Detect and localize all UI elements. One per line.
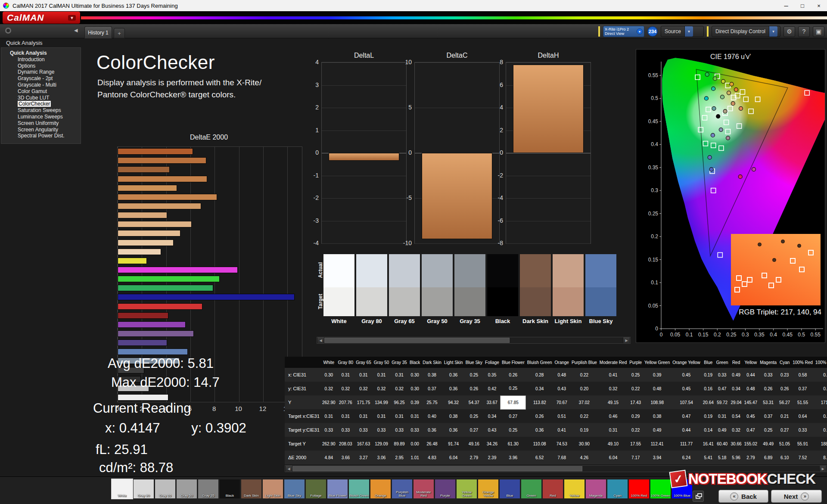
table-cell[interactable]: 0.28 [526, 368, 553, 382]
table-cell[interactable]: 0.39 [408, 395, 421, 409]
back-button[interactable]: « Back [718, 490, 768, 503]
strip-scrollbar[interactable]: ◀ ▶ [317, 337, 631, 344]
table-cell[interactable]: 0.32 [390, 382, 408, 395]
bottom-swatch-100-red[interactable]: 100% Red [629, 479, 649, 498]
table-cell[interactable]: 0.38 [421, 368, 442, 382]
table-cell[interactable]: 0.36 [526, 423, 553, 437]
table-cell-selected[interactable]: 67.85 [501, 395, 526, 409]
table-cell[interactable]: 0.22 [570, 409, 598, 423]
table-cell[interactable]: 112.41 [643, 437, 671, 451]
meter-dropdown[interactable]: X-Rite i1Pro 2 Direct View ▼ [603, 26, 644, 37]
maximize-button[interactable]: □ [794, 0, 811, 11]
bottom-swatch-yellow-green[interactable]: Yellow Green [457, 479, 477, 498]
table-cell[interactable]: 0.26 [759, 382, 778, 395]
table-cell[interactable]: 0.35 [484, 368, 501, 382]
table-cell[interactable]: 53.31 [759, 395, 778, 409]
bottom-swatch-purplish-blue[interactable]: Purplish Blue [392, 479, 412, 498]
table-cell[interactable]: 0.42 [484, 382, 501, 395]
table-cell[interactable]: 0.21 [778, 409, 791, 423]
table-cell[interactable]: 0.25 [501, 423, 526, 437]
table-cell[interactable]: 0.34 [730, 382, 743, 395]
table-cell[interactable]: 0.37 [421, 382, 442, 395]
sidebar-item-screen-uniformity[interactable]: Screen Uniformity [1, 120, 81, 127]
table-cell[interactable]: 6.04 [443, 451, 464, 464]
sidebar-item-introduction[interactable]: Introduction [1, 56, 81, 63]
table-cell[interactable]: 37.02 [570, 395, 598, 409]
table-cell[interactable]: 0.54 [730, 409, 743, 423]
table-cell[interactable]: 74.53 [553, 437, 570, 451]
table-cell[interactable]: 29.04 [730, 395, 743, 409]
table-cell[interactable]: 0.45 [743, 409, 759, 423]
bottom-swatch-moderate-red[interactable]: Moderate Red [414, 479, 434, 498]
table-cell[interactable]: 0.47 [671, 409, 702, 423]
table-cell[interactable]: 34.26 [484, 437, 501, 451]
table-cell[interactable]: 3.94 [643, 451, 671, 464]
table-cell[interactable]: 0.43 [553, 382, 570, 395]
patch-gray-35[interactable]: Gray 35 [454, 254, 485, 325]
layout-button[interactable]: ▣ [813, 26, 824, 37]
table-scroll-thumb[interactable] [292, 466, 582, 471]
table-cell[interactable]: 55.91 [791, 437, 814, 451]
table-cell[interactable]: 8.16 [814, 451, 827, 464]
bottom-swatch-gray-50[interactable]: Gray 50 [177, 479, 197, 498]
table-cell[interactable]: 145.47 [743, 395, 759, 409]
table-cell[interactable]: 0.19 [570, 423, 598, 437]
table-cell[interactable]: 6.89 [759, 451, 778, 464]
table-cell[interactable]: 3.27 [354, 451, 373, 464]
sidebar-item-grayscale-multi[interactable]: Grayscale - Multi [1, 82, 81, 88]
new-tab-button[interactable]: + [114, 28, 125, 38]
table-cell[interactable]: 0.14 [702, 423, 715, 437]
table-cell[interactable]: 0.48 [743, 382, 759, 395]
table-cell[interactable]: 0.22 [628, 423, 643, 437]
table-cell[interactable]: 0.35 [814, 368, 827, 382]
table-cell[interactable]: 61.30 [501, 437, 526, 451]
table-cell[interactable]: 49.16 [464, 437, 484, 451]
table-cell[interactable]: 0.33 [373, 423, 391, 437]
table-cell[interactable]: 171.94 [814, 395, 827, 409]
table-cell[interactable]: 0.45 [671, 382, 702, 395]
table-cell[interactable]: 0.30 [814, 409, 827, 423]
table-cell[interactable]: 111.77 [671, 437, 702, 451]
table-cell[interactable]: 0.19 [702, 368, 715, 382]
table-cell[interactable]: 49.49 [759, 437, 778, 451]
table-cell[interactable]: 0.31 [337, 368, 355, 382]
table-cell[interactable]: 7.52 [791, 451, 814, 464]
table-cell[interactable]: 207.76 [337, 395, 355, 409]
table-cell[interactable]: 134.99 [373, 395, 391, 409]
table-cell[interactable]: 0.30 [321, 368, 337, 382]
table-cell[interactable]: 0.27 [778, 423, 791, 437]
nav-dot-icon[interactable] [5, 28, 11, 34]
table-cell[interactable]: 0.29 [628, 409, 643, 423]
restore-window-button[interactable] [693, 491, 704, 502]
bottom-swatch-gray-80[interactable]: Gray 80 [134, 479, 154, 498]
table-cell[interactable]: 89.89 [390, 437, 408, 451]
table-cell[interactable]: 30.66 [730, 437, 743, 451]
table-cell[interactable]: 49.15 [598, 395, 628, 409]
table-cell[interactable]: 2.79 [464, 451, 484, 464]
bottom-swatch-yellow[interactable]: Yellow [564, 479, 584, 498]
sidebar-item-3d-cube-lut[interactable]: 3D Cube LUT [1, 95, 81, 101]
table-cell[interactable]: 0.36 [443, 368, 464, 382]
table-cell[interactable]: 113.82 [526, 395, 553, 409]
bottom-swatch-red[interactable]: Red [543, 479, 563, 498]
table-cell[interactable]: 0.33 [321, 423, 337, 437]
table-cell[interactable]: 2.39 [484, 451, 501, 464]
table-cell[interactable]: 94.32 [443, 395, 464, 409]
table-cell[interactable]: 0.32 [354, 382, 373, 395]
table-cell[interactable]: 0.36 [443, 382, 464, 395]
table-cell[interactable]: 0.47 [715, 382, 730, 395]
sidebar-item-colorchecker[interactable]: ColorChecker [1, 101, 81, 107]
table-cell[interactable]: 0.27 [464, 423, 484, 437]
patch-light-skin[interactable]: Light Skin [553, 254, 584, 325]
table-cell[interactable]: 5.41 [702, 451, 715, 464]
table-cell[interactable]: 17.55 [628, 437, 643, 451]
table-cell[interactable]: 262.90 [321, 437, 337, 451]
bottom-swatch-orange-yellow[interactable]: Orange Yellow [478, 479, 498, 498]
table-cell[interactable]: 0.33 [354, 423, 373, 437]
table-cell[interactable]: 54.37 [464, 395, 484, 409]
table-cell[interactable]: 0.48 [643, 382, 671, 395]
bottom-swatch-blue-flower[interactable]: Blue Flower [327, 479, 348, 498]
settings-button[interactable]: ⚙ [783, 26, 795, 37]
strip-scroll-thumb[interactable] [324, 338, 510, 343]
table-cell[interactable]: 110.08 [526, 437, 553, 451]
